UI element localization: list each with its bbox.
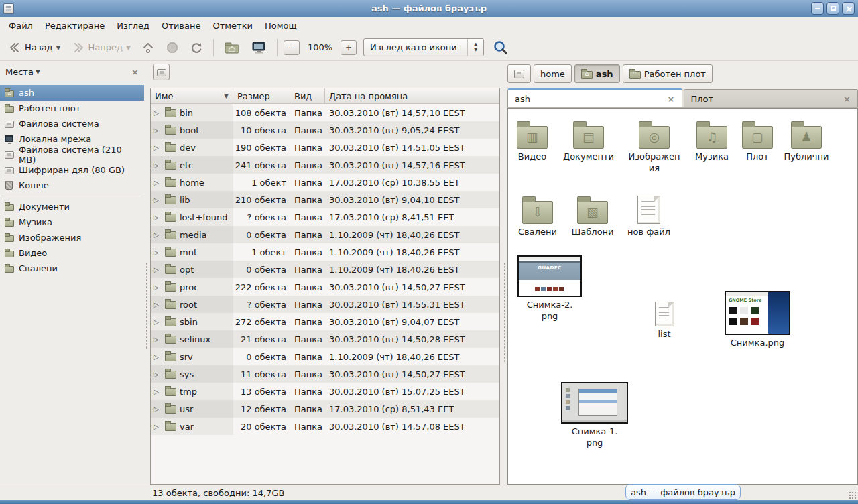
table-row[interactable]: ▷ var 20 обекта Папка 30.03.2010 (вт) 14… bbox=[151, 418, 499, 435]
expander-icon[interactable]: ▷ bbox=[154, 196, 162, 204]
table-row[interactable]: ▷ selinux 21 обекта Папка 30.03.2010 (вт… bbox=[151, 330, 499, 348]
expander-icon[interactable]: ▷ bbox=[154, 127, 162, 134]
tab[interactable]: ash × bbox=[507, 88, 682, 107]
sidebar-item[interactable]: Работен плот bbox=[0, 101, 144, 116]
expander-icon[interactable]: ▷ bbox=[154, 301, 162, 308]
expander-icon[interactable]: ▷ bbox=[154, 423, 162, 430]
breadcrumb-button[interactable] bbox=[507, 64, 531, 83]
menu-item[interactable]: Файл bbox=[3, 19, 39, 33]
zoom-in-button[interactable]: + bbox=[341, 40, 357, 55]
sidebar-item[interactable]: Свалени bbox=[0, 261, 144, 276]
table-row[interactable]: ▷ opt 0 обекта Папка 1.10.2009 (чт) 18,4… bbox=[151, 261, 499, 278]
breadcrumb-button[interactable]: home bbox=[534, 64, 572, 83]
expander-icon[interactable]: ▷ bbox=[154, 231, 162, 239]
menu-item[interactable]: Редактиране bbox=[39, 19, 111, 33]
table-row[interactable]: ▷ dev 190 обекта Папка 30.03.2010 (вт) 1… bbox=[151, 139, 499, 156]
breadcrumb-button[interactable]: ash bbox=[574, 64, 620, 83]
sidebar-item[interactable]: Шифриран дял (80 GB) bbox=[0, 162, 144, 178]
column-header-date[interactable]: Дата на промяна bbox=[325, 88, 499, 103]
table-row[interactable]: ▷ boot 10 обекта Папка 30.03.2010 (вт) 9… bbox=[151, 121, 499, 139]
expander-icon[interactable]: ▷ bbox=[154, 336, 162, 343]
table-row[interactable]: ▷ home 1 обект Папка 17.03.2010 (ср) 10,… bbox=[151, 174, 499, 191]
file-item[interactable]: Снимка-2. png bbox=[513, 255, 587, 322]
table-row[interactable]: ▷ sbin 272 обекта Папка 30.03.2010 (вт) … bbox=[151, 313, 499, 330]
zoom-out-button[interactable]: − bbox=[284, 40, 300, 55]
file-item[interactable]: list bbox=[627, 302, 701, 340]
expander-icon[interactable]: ▷ bbox=[154, 214, 162, 221]
column-header-name[interactable]: Име ▼ bbox=[151, 88, 233, 103]
expander-icon[interactable]: ▷ bbox=[154, 284, 162, 291]
table-row[interactable]: ▷ srv 0 обекта Папка 1.10.2009 (чт) 18,4… bbox=[151, 348, 499, 365]
expander-icon[interactable]: ▷ bbox=[154, 388, 162, 395]
menu-item[interactable]: Отиване bbox=[156, 19, 206, 33]
back-dropdown-icon[interactable]: ▼ bbox=[56, 44, 61, 51]
sidebar-item[interactable]: Файлова система (210 MB) bbox=[0, 147, 144, 162]
reload-button[interactable] bbox=[186, 38, 207, 57]
expander-icon[interactable]: ▷ bbox=[154, 318, 162, 326]
minimize-button[interactable] bbox=[811, 2, 824, 15]
table-row[interactable]: ▷ lib 210 обекта Папка 30.03.2010 (вт) 9… bbox=[151, 191, 499, 208]
table-row[interactable]: ▷ root ? обекта Папка 30.03.2010 (вт) 14… bbox=[151, 296, 499, 313]
expander-icon[interactable]: ▷ bbox=[154, 405, 162, 413]
table-row[interactable]: ▷ sys 11 обекта Папка 30.03.2010 (вт) 14… bbox=[151, 365, 499, 383]
menu-item[interactable]: Помощ bbox=[259, 19, 303, 33]
expander-icon[interactable]: ▷ bbox=[154, 179, 162, 186]
back-button[interactable]: Назад ▼ bbox=[4, 38, 65, 57]
expander-icon[interactable]: ▷ bbox=[154, 162, 162, 169]
table-row[interactable]: ▷ tmp 13 обекта Папка 30.03.2010 (вт) 15… bbox=[151, 383, 499, 400]
close-button[interactable]: × bbox=[842, 2, 855, 15]
tree-root-button[interactable] bbox=[153, 64, 170, 80]
column-header-size[interactable]: Размер bbox=[233, 88, 290, 103]
forward-dropdown-icon[interactable]: ▼ bbox=[126, 44, 131, 51]
table-row[interactable]: ▷ bin 108 обекта Папка 30.03.2010 (вт) 1… bbox=[151, 104, 499, 121]
menu-item[interactable]: Отметки bbox=[206, 19, 258, 33]
sidebar-selector-icon[interactable]: ▼ bbox=[36, 68, 40, 75]
sidebar-title[interactable]: Места bbox=[5, 67, 36, 77]
tab-close-icon[interactable]: × bbox=[668, 94, 675, 104]
file-item[interactable]: Снимка.png bbox=[721, 291, 794, 349]
expander-icon[interactable]: ▷ bbox=[154, 109, 162, 117]
tab[interactable]: Плот × bbox=[684, 89, 858, 107]
sidebar-item[interactable]: Музика bbox=[0, 214, 144, 230]
tab-close-icon[interactable]: × bbox=[843, 94, 851, 104]
sidebar-splitter[interactable] bbox=[144, 61, 149, 485]
maximize-button[interactable] bbox=[826, 2, 839, 15]
sidebar-item[interactable]: Документи bbox=[0, 199, 144, 214]
table-row[interactable]: ▷ lost+found ? обекта Папка 17.03.2010 (… bbox=[151, 208, 499, 226]
icon-canvas[interactable]: Видео Документи Изображен ия Музика Плот bbox=[507, 108, 858, 485]
expander-icon[interactable]: ▷ bbox=[154, 249, 162, 256]
table-row[interactable]: ▷ etc 241 обекта Папка 30.03.2010 (вт) 1… bbox=[151, 156, 499, 174]
breadcrumb-button[interactable]: Работен плот bbox=[623, 64, 713, 83]
expander-icon[interactable]: ▷ bbox=[154, 353, 162, 361]
file-item[interactable]: Снимка-1. png bbox=[558, 382, 631, 449]
home-button[interactable] bbox=[220, 38, 244, 57]
expander-icon[interactable]: ▷ bbox=[154, 144, 162, 151]
computer-button[interactable] bbox=[247, 38, 271, 57]
sidebar-item[interactable]: Видео bbox=[0, 245, 144, 261]
menu-item[interactable]: Изглед bbox=[111, 19, 156, 33]
sidebar-close-icon[interactable]: × bbox=[131, 67, 139, 77]
table-row[interactable]: ▷ mnt 1 обект Папка 1.10.2009 (чт) 18,40… bbox=[151, 243, 499, 261]
table-row[interactable]: ▷ usr 12 обекта Папка 17.03.2010 (ср) 8,… bbox=[151, 400, 499, 418]
spinner-arrows-icon[interactable]: ▲▼ bbox=[467, 39, 483, 56]
table-row[interactable]: ▷ proc 222 обекта Папка 30.03.2010 (вт) … bbox=[151, 278, 499, 296]
sidebar-item[interactable]: ash bbox=[0, 85, 144, 101]
expander-icon[interactable]: ▷ bbox=[154, 266, 162, 273]
up-button[interactable] bbox=[137, 38, 159, 57]
table-row[interactable]: ▷ media 0 обекта Папка 1.10.2009 (чт) 18… bbox=[151, 226, 499, 243]
taskbar-window-button[interactable]: ash — файлов браузър bbox=[625, 484, 741, 500]
view-mode-select[interactable]: Изглед като икони ▲▼ bbox=[363, 38, 484, 56]
expander-icon[interactable]: ▷ bbox=[154, 371, 162, 378]
file-item[interactable]: Публични bbox=[770, 121, 843, 163]
sidebar-item[interactable]: Файлова система bbox=[0, 116, 144, 131]
stop-button[interactable] bbox=[162, 38, 183, 57]
sidebar-item[interactable]: Кошче bbox=[0, 178, 144, 193]
file-item[interactable]: нов файл bbox=[612, 196, 686, 238]
sidebar-item[interactable]: Изображения bbox=[0, 230, 144, 245]
file-item[interactable]: Документи bbox=[552, 121, 625, 163]
resize-grip-icon[interactable] bbox=[849, 491, 857, 499]
search-button[interactable] bbox=[492, 39, 509, 56]
titlebar[interactable]: ash — файлов браузър × bbox=[0, 0, 858, 17]
forward-button[interactable]: Напред ▼ bbox=[68, 38, 135, 57]
column-header-type[interactable]: Вид bbox=[290, 88, 325, 103]
